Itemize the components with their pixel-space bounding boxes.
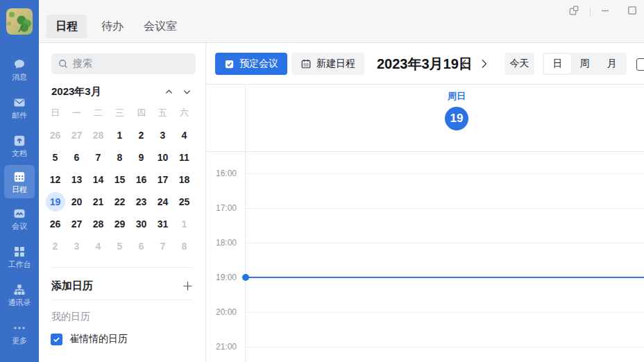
- mini-calendar-day[interactable]: 17: [152, 169, 173, 191]
- mini-calendar-day[interactable]: 11: [173, 146, 195, 169]
- mini-calendar-day[interactable]: 16: [130, 169, 152, 191]
- sidebar-item-label: 工作台: [8, 260, 31, 268]
- mini-calendar-day[interactable]: 13: [66, 169, 87, 191]
- sidebar-item-chat[interactable]: 消息: [4, 53, 35, 86]
- window-controls-divider: [590, 7, 591, 16]
- sidebar-item-calendar[interactable]: 日程: [4, 165, 35, 198]
- weekday-label: 三: [109, 102, 130, 124]
- tab-schedule[interactable]: 日程: [46, 15, 87, 38]
- mini-calendar-day[interactable]: 28: [87, 124, 109, 146]
- sidebar-item-more-dots[interactable]: 更多: [4, 316, 35, 350]
- weekday-label: 四: [130, 102, 152, 124]
- mini-calendar-day-selected[interactable]: 19: [44, 191, 66, 213]
- sidebar-item-meeting[interactable]: 会议: [4, 202, 35, 235]
- mini-calendar-weekday-row: 日一二三四五六: [44, 102, 195, 124]
- workbench-icon: [12, 245, 26, 259]
- view-week-segment[interactable]: 周: [571, 54, 598, 74]
- hour-gridline: [246, 243, 644, 243]
- hour-label: 19:00: [206, 273, 237, 282]
- mini-calendar-day[interactable]: 4: [87, 235, 109, 257]
- sidebar-item-label: 消息: [12, 73, 27, 81]
- mini-calendar-day[interactable]: 9: [130, 146, 152, 169]
- add-calendar-plus-icon[interactable]: [179, 277, 196, 294]
- side-panel-calendar-icon[interactable]: [636, 58, 644, 71]
- avatar[interactable]: [6, 8, 33, 35]
- mini-calendar-day[interactable]: 1: [109, 124, 130, 146]
- mini-calendar-day[interactable]: 29: [109, 213, 130, 235]
- search-input[interactable]: 搜索: [51, 53, 196, 74]
- sidebar-item-label: 邮件: [12, 111, 27, 119]
- clover-avatar-image: [6, 8, 33, 35]
- mini-calendar-day[interactable]: 10: [152, 146, 173, 169]
- sidebar-item-label: 会议: [12, 222, 27, 230]
- sidebar-item-mail[interactable]: 邮件: [4, 91, 35, 124]
- app-window: 消息邮件文档日程会议工作台通讯录更多 日程待办会议室 搜索 2023年3月: [0, 0, 644, 362]
- hour-gridline: [246, 312, 644, 313]
- mini-calendar-day[interactable]: 15: [109, 169, 130, 191]
- mini-calendar-day[interactable]: 18: [173, 169, 195, 191]
- prev-month-chevron-up-icon[interactable]: [160, 84, 178, 99]
- sidebar-item-label: 更多: [12, 336, 27, 345]
- sidebar-item-doc[interactable]: 文档: [4, 129, 35, 162]
- tab-todo[interactable]: 待办: [92, 15, 133, 38]
- sidebar-item-contacts[interactable]: 通讯录: [4, 278, 35, 311]
- mini-calendar: 日一二三四五六262728123456789101112131415161718…: [44, 102, 195, 257]
- mini-calendar-day[interactable]: 12: [44, 169, 66, 191]
- calendar-checkbox[interactable]: [51, 334, 62, 345]
- popout-icon[interactable]: [568, 5, 579, 15]
- mini-calendar-day[interactable]: 7: [87, 146, 109, 169]
- weekday-label: 六: [173, 102, 195, 124]
- mini-calendar-day[interactable]: 14: [87, 169, 109, 191]
- maximize-icon[interactable]: [627, 5, 637, 15]
- mini-calendar-day[interactable]: 7: [152, 235, 173, 257]
- mini-calendar-day[interactable]: 8: [173, 235, 195, 257]
- mini-calendar-day[interactable]: 8: [109, 146, 130, 169]
- mini-calendar-day[interactable]: 6: [66, 146, 87, 169]
- mini-calendar-day[interactable]: 31: [152, 213, 173, 235]
- mini-calendar-day[interactable]: 27: [66, 124, 87, 146]
- calendar-list-item-label: 崔情情的日历: [69, 333, 128, 345]
- current-time-dot: [242, 274, 249, 281]
- mini-calendar-day[interactable]: 1: [173, 213, 195, 235]
- mini-calendar-day[interactable]: 2: [44, 235, 66, 257]
- mini-calendar-day[interactable]: 3: [66, 235, 87, 257]
- mini-calendar-header: 2023年3月: [51, 83, 196, 100]
- mini-calendar-day[interactable]: 26: [44, 124, 66, 146]
- divider: [51, 267, 193, 268]
- mini-calendar-day[interactable]: 25: [173, 191, 195, 213]
- mini-calendar-day[interactable]: 28: [87, 213, 109, 235]
- prev-day-chevron-left-icon[interactable]: [457, 58, 471, 70]
- mini-calendar-day[interactable]: 27: [66, 213, 87, 235]
- mini-calendar-day[interactable]: 22: [109, 191, 130, 213]
- mini-calendar-day[interactable]: 6: [130, 235, 152, 257]
- next-month-chevron-down-icon[interactable]: [178, 84, 196, 99]
- next-day-chevron-right-icon[interactable]: [477, 58, 491, 70]
- weekday-label: 一: [66, 102, 87, 124]
- mini-calendar-day[interactable]: 24: [152, 191, 173, 213]
- calendar-list-item[interactable]: 崔情情的日历: [51, 331, 195, 347]
- hour-label: 16:00: [206, 169, 237, 178]
- day-view-main: 预定会议 新建日程 2023年3月19日 今天 日周月 周日 19 16:001…: [206, 43, 644, 362]
- minimize-icon[interactable]: [600, 5, 610, 15]
- mini-calendar-day[interactable]: 20: [66, 191, 87, 213]
- tab-meeting-rooms[interactable]: 会议室: [135, 15, 186, 38]
- mini-calendar-day[interactable]: 5: [109, 235, 130, 257]
- view-month-segment[interactable]: 月: [598, 54, 625, 74]
- mail-icon: [12, 96, 26, 110]
- mini-calendar-day[interactable]: 4: [173, 124, 195, 146]
- new-event-button[interactable]: 新建日程: [291, 53, 364, 75]
- mini-calendar-day[interactable]: 5: [44, 146, 66, 169]
- mini-calendar-day[interactable]: 2: [130, 124, 152, 146]
- book-meeting-button[interactable]: 预定会议: [215, 53, 287, 75]
- mini-calendar-day[interactable]: 21: [87, 191, 109, 213]
- day-header-date-badge[interactable]: 19: [445, 107, 468, 130]
- hour-gridline: [246, 347, 644, 347]
- mini-calendar-day[interactable]: 3: [152, 124, 173, 146]
- view-day-segment[interactable]: 日: [544, 54, 571, 74]
- mini-calendar-day[interactable]: 30: [130, 213, 152, 235]
- sidebar-item-workbench[interactable]: 工作台: [4, 240, 35, 273]
- current-time-line: [246, 277, 644, 278]
- today-button[interactable]: 今天: [505, 53, 534, 75]
- mini-calendar-day[interactable]: 26: [44, 213, 66, 235]
- mini-calendar-day[interactable]: 23: [130, 191, 152, 213]
